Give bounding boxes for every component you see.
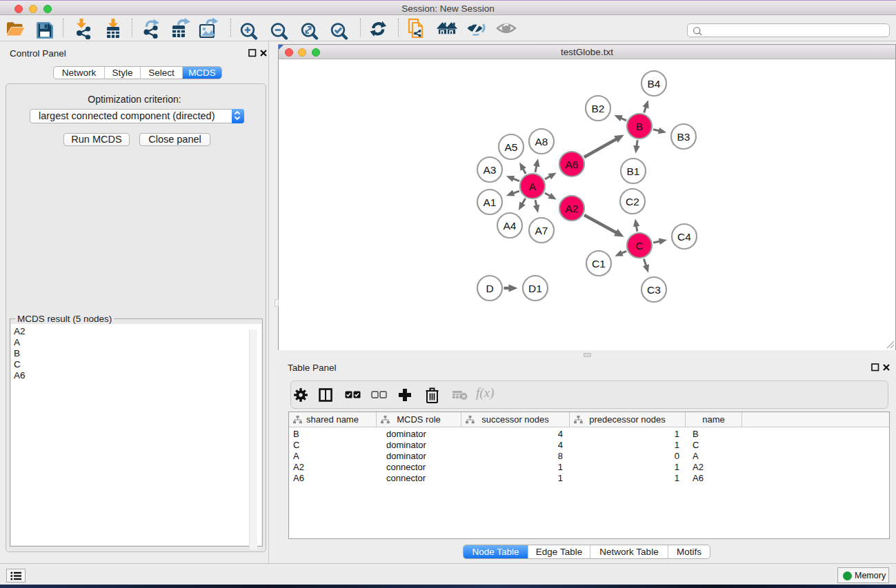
svg-text:C4: C4 xyxy=(677,231,691,243)
svg-text:B1: B1 xyxy=(627,165,640,177)
svg-text:A6: A6 xyxy=(566,159,579,170)
svg-text:C2: C2 xyxy=(626,196,639,207)
svg-text:C1: C1 xyxy=(592,258,606,270)
svg-text:A1: A1 xyxy=(484,196,497,208)
svg-text:B4: B4 xyxy=(648,78,661,90)
svg-text:D: D xyxy=(486,283,493,294)
svg-text:C: C xyxy=(635,240,643,252)
svg-text:A: A xyxy=(529,181,537,192)
svg-text:B2: B2 xyxy=(592,103,605,114)
svg-text:A8: A8 xyxy=(535,136,548,148)
svg-text:C3: C3 xyxy=(647,284,661,296)
svg-text:B: B xyxy=(636,121,643,132)
svg-text:A2: A2 xyxy=(566,203,579,214)
svg-text:A4: A4 xyxy=(504,220,517,232)
svg-text:D1: D1 xyxy=(528,283,542,294)
svg-text:B3: B3 xyxy=(677,131,690,143)
svg-text:A3: A3 xyxy=(484,164,497,176)
svg-text:A5: A5 xyxy=(505,141,518,153)
svg-text:A7: A7 xyxy=(535,225,548,236)
